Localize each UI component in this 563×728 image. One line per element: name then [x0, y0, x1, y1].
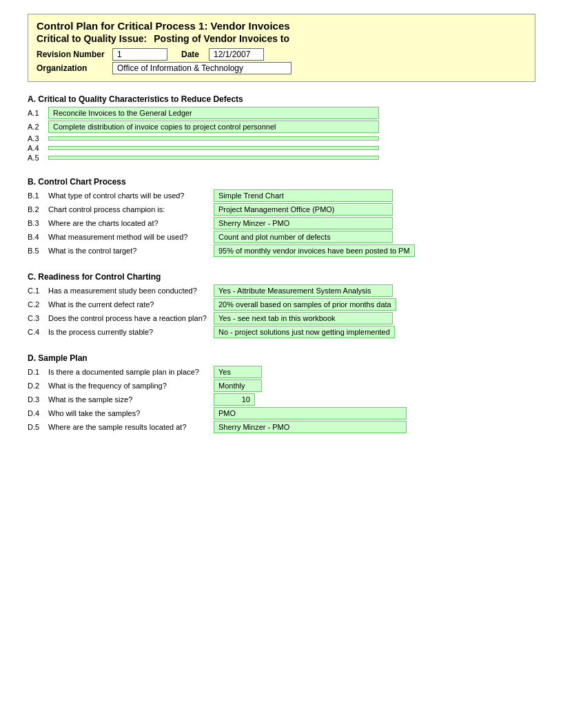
- item-value: Simple Trend Chart: [214, 189, 393, 202]
- item-value: Count and plot number of defects: [214, 231, 393, 243]
- list-item: A.3: [28, 134, 535, 143]
- item-value: Sherry Minzer - PMO: [214, 217, 393, 229]
- item-label: Is the process currently stable?: [48, 328, 214, 336]
- header-box: Control Plan for Critical Process 1: Ven…: [28, 14, 535, 82]
- item-value: [48, 136, 379, 141]
- item-value: [48, 146, 379, 150]
- item-value: Yes - see next tab in this workbook: [214, 312, 393, 324]
- item-value: No - project solutions just now getting …: [214, 326, 395, 338]
- item-label: What is the control target?: [48, 247, 214, 255]
- list-item: A.2 Complete distribution of invoice cop…: [28, 121, 535, 133]
- item-id: B.1: [28, 191, 48, 200]
- date-label: Date: [181, 50, 209, 59]
- item-label: Where are the charts located at?: [48, 219, 214, 227]
- item-id: B.3: [28, 219, 48, 227]
- item-value: 20% overall based on samples of prior mo…: [214, 298, 396, 311]
- section-d-title: D. Sample Plan: [28, 353, 535, 363]
- list-item: D.5 Where are the sample results located…: [28, 421, 535, 433]
- item-id: D.4: [28, 409, 48, 417]
- item-id: A.3: [28, 134, 48, 143]
- item-id: C.4: [28, 328, 48, 336]
- item-value: Sherry Minzer - PMO: [214, 421, 407, 433]
- item-id: A.1: [28, 109, 48, 117]
- list-item: A.1 Reconcile Invoices to the General Le…: [28, 107, 535, 119]
- org-label: Organization: [37, 63, 112, 73]
- list-item: A.5: [28, 154, 535, 162]
- org-value: Office of Information & Technology: [112, 62, 291, 74]
- item-label: Where are the sample results located at?: [48, 423, 214, 431]
- item-id: C.3: [28, 314, 48, 322]
- item-label: What is the sample size?: [48, 395, 214, 404]
- section-d: D. Sample Plan D.1 Is there a documented…: [28, 353, 535, 433]
- list-item: C.1 Has a measurement study been conduct…: [28, 284, 535, 297]
- list-item: A.4: [28, 144, 535, 152]
- item-id: A.2: [28, 123, 48, 131]
- list-item: B.3 Where are the charts located at? She…: [28, 217, 535, 229]
- item-label: Has a measurement study been conducted?: [48, 287, 214, 295]
- subtitle-value: Posting of Vendor Invoices to: [154, 33, 289, 44]
- item-label: Does the control process have a reaction…: [48, 314, 214, 322]
- section-c: C. Readiness for Control Charting C.1 Ha…: [28, 272, 535, 338]
- item-id: D.3: [28, 395, 48, 404]
- item-label: Who will take the samples?: [48, 409, 214, 417]
- list-item: C.2 What is the current defect rate? 20%…: [28, 298, 535, 311]
- item-id: B.4: [28, 233, 48, 241]
- item-label: What is the current defect rate?: [48, 300, 214, 309]
- subtitle-label: Critical to Quality Issue:: [37, 33, 147, 44]
- section-a-title: A. Critical to Quality Characteristics t…: [28, 94, 535, 104]
- list-item: D.3 What is the sample size? 10: [28, 393, 535, 406]
- item-id: C.2: [28, 300, 48, 309]
- list-item: B.1 What type of control charts will be …: [28, 189, 535, 202]
- list-item: C.4 Is the process currently stable? No …: [28, 326, 535, 338]
- item-label: What type of control charts will be used…: [48, 191, 214, 200]
- item-value: 95% of monthly vendor invoices have been…: [214, 245, 415, 257]
- revision-label: Revision Number: [37, 50, 112, 59]
- main-title: Control Plan for Critical Process 1: Ven…: [37, 20, 526, 32]
- item-value: [48, 156, 379, 160]
- item-value: Project Management Office (PMO): [214, 203, 393, 216]
- item-label: Chart control process champion is:: [48, 205, 214, 214]
- list-item: D.1 Is there a documented sample plan in…: [28, 366, 535, 378]
- item-label: What measurement method will be used?: [48, 233, 214, 241]
- item-id: B.2: [28, 205, 48, 214]
- item-value: Yes - Attribute Measurement System Analy…: [214, 284, 393, 297]
- item-id: A.5: [28, 154, 48, 162]
- item-value: Monthly: [214, 379, 262, 392]
- list-item: B.5 What is the control target? 95% of m…: [28, 245, 535, 257]
- item-value: Complete distribution of invoice copies …: [48, 121, 379, 133]
- item-label: Is there a documented sample plan in pla…: [48, 368, 214, 376]
- item-label: What is the frequency of sampling?: [48, 382, 214, 390]
- list-item: B.4 What measurement method will be used…: [28, 231, 535, 243]
- item-value: 10: [214, 393, 255, 406]
- item-value: Reconcile Invoices to the General Ledger: [48, 107, 379, 119]
- item-id: D.5: [28, 423, 48, 431]
- item-value: Yes: [214, 366, 262, 378]
- section-c-title: C. Readiness for Control Charting: [28, 272, 535, 282]
- list-item: D.4 Who will take the samples? PMO: [28, 407, 535, 419]
- section-a: A. Critical to Quality Characteristics t…: [28, 94, 535, 162]
- item-id: D.2: [28, 382, 48, 390]
- section-b-title: B. Control Chart Process: [28, 177, 535, 187]
- item-value: PMO: [214, 407, 407, 419]
- item-id: D.1: [28, 368, 48, 376]
- section-b: B. Control Chart Process B.1 What type o…: [28, 177, 535, 257]
- item-id: B.5: [28, 247, 48, 255]
- revision-value: 1: [112, 48, 167, 61]
- item-id: C.1: [28, 287, 48, 295]
- date-value: 12/1/2007: [209, 48, 264, 61]
- item-id: A.4: [28, 144, 48, 152]
- list-item: C.3 Does the control process have a reac…: [28, 312, 535, 324]
- list-item: D.2 What is the frequency of sampling? M…: [28, 379, 535, 392]
- list-item: B.2 Chart control process champion is: P…: [28, 203, 535, 216]
